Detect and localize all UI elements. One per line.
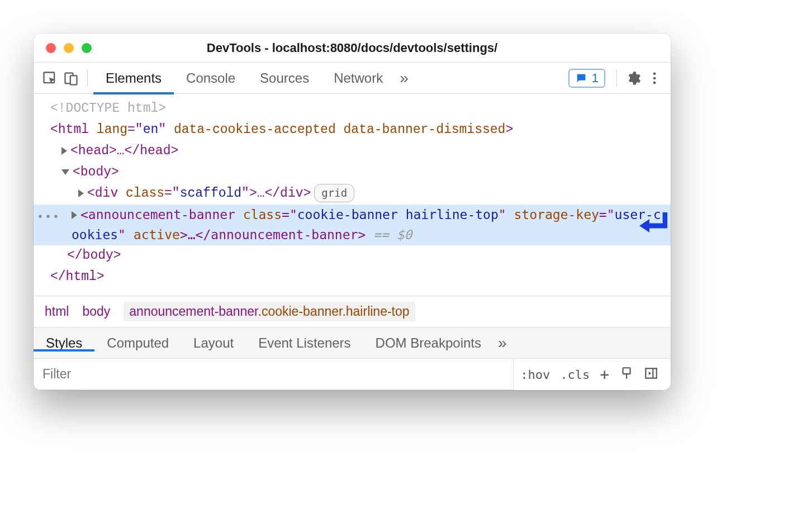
toggle-classes-button[interactable]: .cls [560,368,590,382]
gutter-ellipsis-icon[interactable]: ••• [37,208,60,226]
dom-doctype[interactable]: <!DOCTYPE html> [34,98,671,120]
annotation-arrow-icon [637,210,667,245]
svg-point-5 [653,81,656,84]
dom-html-close[interactable]: </html> [34,267,671,288]
window-title: DevTools - localhost:8080/docs/devtools/… [34,41,671,55]
device-toolbar-icon[interactable] [60,68,82,89]
console-reference: == $0 [366,227,412,242]
tabs-overflow-button[interactable]: » [395,69,413,87]
tab-layout[interactable]: Layout [181,335,246,351]
collapse-icon[interactable] [61,169,69,175]
tab-elements[interactable]: Elements [93,63,174,94]
expand-icon[interactable] [61,147,67,155]
styles-tabs: Styles Computed Layout Event Listeners D… [34,327,671,359]
devtools-window: DevTools - localhost:8080/docs/devtools/… [34,34,671,390]
tab-computed[interactable]: Computed [94,335,181,351]
dom-breadcrumb: html body announcement-banner.cookie-ban… [34,296,671,327]
styles-filter-input[interactable] [34,359,513,390]
dom-html-open[interactable]: <html lang="en" data-cookies-accepted da… [34,120,671,141]
svg-rect-2 [70,75,77,84]
tab-styles[interactable]: Styles [34,335,94,351]
traffic-lights [34,43,92,53]
dom-head[interactable]: <head>…</head> [34,141,671,162]
breadcrumb-selected[interactable]: announcement-banner.cookie-banner.hairli… [124,302,415,321]
inspect-element-icon[interactable] [39,68,60,89]
dom-div-scaffold[interactable]: <div class="scaffold">…</div>grid [34,183,671,205]
issues-count: 1 [592,71,599,86]
maximize-window-button[interactable] [82,43,92,53]
subtabs-overflow-button[interactable]: » [494,334,511,352]
toggle-hover-button[interactable]: :hov [520,368,550,382]
breadcrumb-body[interactable]: body [82,304,110,319]
styles-filter-actions: :hov .cls + [513,359,665,390]
svg-rect-6 [623,368,630,374]
tab-console[interactable]: Console [174,63,248,94]
dom-selected-node[interactable]: ••• <announcement-banner class="cookie-b… [34,205,671,246]
issues-badge[interactable]: 1 [568,69,605,88]
toolbar-separator [616,70,617,87]
tab-network[interactable]: Network [321,63,395,94]
new-style-rule-button[interactable]: + [600,365,609,384]
tab-event-listeners[interactable]: Event Listeners [246,335,363,351]
dom-body-close[interactable]: </body> [34,245,671,267]
main-tabs: Elements Console Sources Network [93,63,395,94]
layout-badge-grid[interactable]: grid [314,184,354,202]
toolbar-separator [87,70,88,87]
dom-body-open[interactable]: <body> [34,162,671,183]
tab-sources[interactable]: Sources [248,63,321,94]
elements-panel: <!DOCTYPE html> <html lang="en" data-coo… [34,94,671,296]
tab-dom-breakpoints[interactable]: DOM Breakpoints [363,335,494,351]
expand-icon[interactable] [72,211,77,219]
close-window-button[interactable] [46,43,56,53]
expand-icon[interactable] [78,189,84,197]
titlebar: DevTools - localhost:8080/docs/devtools/… [34,34,671,63]
paint-flash-icon[interactable] [619,366,634,383]
settings-icon[interactable] [623,68,644,89]
styles-filter-bar: :hov .cls + [34,359,671,390]
svg-rect-0 [44,72,55,83]
main-toolbar: Elements Console Sources Network » 1 [34,63,671,94]
svg-point-3 [653,72,656,75]
breadcrumb-html[interactable]: html [45,304,69,319]
minimize-window-button[interactable] [64,43,74,53]
computed-sidebar-toggle-icon[interactable] [644,366,658,383]
more-menu-icon[interactable] [644,68,665,89]
svg-point-4 [653,77,656,79]
